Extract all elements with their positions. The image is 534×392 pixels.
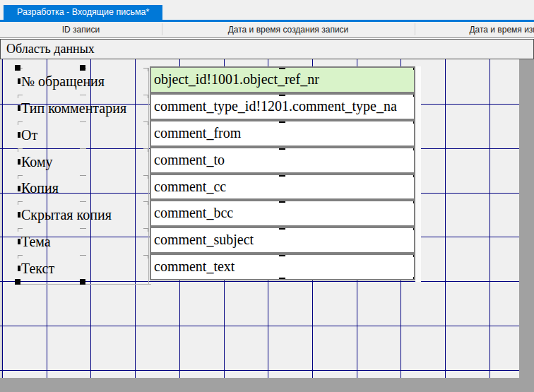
selection-handle[interactable] bbox=[15, 65, 20, 71]
column-header-created[interactable]: Дата и время создания записи bbox=[162, 22, 415, 37]
selection-handle[interactable] bbox=[80, 279, 85, 285]
selection-handle[interactable] bbox=[413, 120, 415, 124]
field-box[interactable]: comment_type_id!1201.comment_type_na bbox=[150, 93, 415, 120]
column-divider bbox=[415, 23, 415, 35]
label-block[interactable]: № обращения Тип комментария От Кому Копи… bbox=[18, 68, 148, 282]
field-box[interactable]: comment_bcc bbox=[150, 200, 415, 227]
selection-handle[interactable] bbox=[413, 93, 415, 97]
field-box[interactable]: comment_subject bbox=[150, 227, 415, 254]
form-label[interactable]: Копия bbox=[18, 175, 148, 201]
label-block-right-edge bbox=[148, 68, 149, 284]
selection-handle[interactable] bbox=[279, 278, 285, 280]
field-box[interactable]: comment_to bbox=[150, 147, 415, 174]
form-label[interactable]: Тема bbox=[18, 228, 148, 255]
field-box[interactable]: comment_text bbox=[150, 254, 415, 280]
selection-handle[interactable] bbox=[413, 174, 415, 177]
canvas-bottom-gutter bbox=[0, 378, 534, 392]
data-area-band-header[interactable]: Область данных bbox=[0, 39, 534, 59]
selection-handle[interactable] bbox=[413, 254, 415, 257]
form-label[interactable]: Кому bbox=[18, 148, 148, 175]
selection-handle[interactable] bbox=[15, 279, 20, 285]
field-box-highlighted[interactable]: object_id!1001.object_ref_nr bbox=[150, 66, 415, 93]
column-divider bbox=[162, 23, 162, 35]
form-label[interactable]: Текст bbox=[18, 255, 148, 282]
field-box[interactable]: comment_from bbox=[150, 120, 415, 147]
design-canvas[interactable]: № обращения Тип комментария От Кому Копи… bbox=[0, 59, 519, 378]
form-label[interactable]: № обращения bbox=[18, 68, 148, 95]
form-label[interactable]: От bbox=[18, 121, 148, 148]
selection-handle[interactable] bbox=[80, 65, 85, 71]
form-label[interactable]: Скрытая копия bbox=[18, 201, 148, 228]
column-header-modified[interactable]: Дата и время изм bbox=[415, 22, 534, 37]
field-box[interactable]: comment_cc bbox=[150, 174, 415, 200]
canvas-right-gutter bbox=[519, 59, 534, 378]
field-block-right-strip bbox=[415, 66, 421, 282]
selection-handle[interactable] bbox=[413, 66, 415, 70]
selection-handle[interactable] bbox=[413, 277, 415, 280]
tab-development-incoming-mail[interactable]: Разработка - Входящие письма* bbox=[4, 5, 162, 20]
form-label[interactable]: Тип комментария bbox=[18, 95, 148, 121]
selection-handle[interactable] bbox=[413, 227, 415, 230]
selection-handle[interactable] bbox=[413, 200, 415, 203]
column-header-record-id[interactable]: ID записи bbox=[0, 22, 162, 37]
selection-handle[interactable] bbox=[413, 147, 415, 150]
